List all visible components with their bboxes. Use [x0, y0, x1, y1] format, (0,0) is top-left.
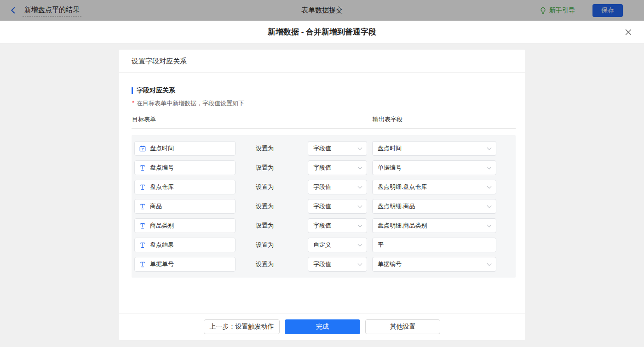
beginner-guide-link[interactable]: 新手引导 [540, 6, 575, 15]
required-asterisk: * [132, 99, 134, 107]
mapping-row: 盘点结果 设置为 自定义 [134, 238, 516, 252]
text-field-icon [139, 165, 146, 171]
column-target-form: 目标表单 [132, 115, 156, 124]
column-headers: 目标表单 输出表字段 [132, 115, 516, 129]
target-field: 商品 [134, 199, 236, 214]
target-field-label: 盘点编号 [150, 164, 174, 172]
target-field: 盘点编号 [134, 160, 236, 175]
topbar: 新增盘点平的结果 表单数据提交 新手引导 保存 [0, 0, 644, 21]
mapping-row: 盘点仓库 设置为 字段值 盘点明细.盘点仓库 [134, 180, 516, 194]
text-field-icon [139, 222, 146, 229]
modal-title: 新增数据 - 合并新增到普通字段 [268, 27, 376, 37]
target-field-label: 商品 [150, 202, 162, 210]
chevron-down-icon [358, 242, 362, 246]
chevron-down-icon [487, 184, 492, 188]
mode-select[interactable]: 字段值 [308, 160, 367, 175]
mode-select[interactable]: 字段值 [308, 141, 367, 156]
back-button[interactable] [9, 6, 17, 14]
set-as-label: 设置为 [256, 144, 275, 153]
mode-select[interactable]: 字段值 [308, 199, 367, 214]
target-field-label: 盘点时间 [150, 144, 174, 153]
card-footer: 上一步：设置触发动作 完成 其他设置 [119, 313, 525, 340]
mode-select[interactable]: 自定义 [308, 238, 367, 252]
target-field: 单据单号 [134, 257, 236, 272]
chevron-down-icon [358, 184, 362, 188]
set-as-label: 设置为 [256, 260, 275, 268]
text-field-icon [139, 184, 146, 190]
set-as-label: 设置为 [256, 202, 275, 210]
section-title: 字段对应关系 [132, 86, 516, 95]
value-select[interactable]: 盘点明细.商品类别 [372, 218, 496, 233]
chevron-down-icon [487, 203, 492, 208]
other-settings-button[interactable]: 其他设置 [365, 319, 440, 334]
prev-step-button[interactable]: 上一步：设置触发动作 [204, 319, 280, 334]
target-field-label: 单据单号 [150, 260, 174, 268]
chevron-down-icon [358, 145, 362, 150]
chevron-down-icon [358, 261, 362, 266]
card-content: 字段对应关系 * 在目标表单中新增数据，字段值设置如下 目标表单 输出表字段 [119, 73, 525, 313]
set-as-label: 设置为 [256, 164, 275, 172]
set-as-label: 设置为 [256, 183, 275, 191]
value-select[interactable]: 盘点时间 [372, 141, 496, 156]
chevron-down-icon [358, 222, 362, 227]
target-field-label: 盘点结果 [150, 241, 174, 249]
chevron-down-icon [358, 165, 362, 169]
target-field: 盘点仓库 [134, 180, 236, 194]
card-title: 设置字段对应关系 [119, 50, 525, 73]
hint-label: 在目标表单中新增数据，字段值设置如下 [137, 99, 244, 108]
mapping-row: 单据单号 设置为 字段值 单据编号 [134, 257, 516, 272]
chevron-down-icon [358, 203, 362, 208]
mode-select[interactable]: 字段值 [308, 257, 367, 272]
column-output-field: 输出表字段 [373, 115, 402, 124]
mapping-row: 商品 设置为 字段值 盘点明细.商品 [134, 199, 516, 214]
modal-body: 设置字段对应关系 字段对应关系 * 在目标表单中新增数据，字段值设置如下 目标表… [0, 44, 644, 347]
field-mapping-panel: 盘点时间 设置为 字段值 盘点时间 [132, 135, 516, 278]
save-button[interactable]: 保存 [592, 4, 623, 17]
set-as-label: 设置为 [256, 222, 275, 230]
section-title-label: 字段对应关系 [137, 86, 175, 95]
hint-text: * 在目标表单中新增数据，字段值设置如下 [132, 99, 516, 108]
value-select[interactable]: 盘点明细.盘点仓库 [372, 180, 496, 194]
chevron-down-icon [487, 165, 492, 169]
value-select[interactable]: 盘点明细.商品 [372, 199, 496, 214]
text-field-icon [139, 261, 146, 267]
mode-select[interactable]: 字段值 [308, 180, 367, 194]
target-field: 盘点时间 [134, 141, 236, 156]
modal-header: 新增数据 - 合并新增到普通字段 [0, 21, 644, 44]
settings-card: 设置字段对应关系 字段对应关系 * 在目标表单中新增数据，字段值设置如下 目标表… [119, 50, 525, 340]
close-icon[interactable] [624, 28, 633, 37]
target-field: 盘点结果 [134, 238, 236, 252]
target-field-label: 商品类别 [150, 222, 174, 230]
calendar-icon [139, 145, 146, 152]
mapping-row: 盘点编号 设置为 字段值 单据编号 [134, 160, 516, 175]
chevron-down-icon [487, 145, 492, 150]
mapping-row: 商品类别 设置为 字段值 盘点明细.商品类别 [134, 218, 516, 233]
value-select[interactable]: 单据编号 [372, 160, 496, 175]
section-accent-bar [132, 87, 133, 94]
chevron-left-icon [9, 6, 17, 14]
target-field-label: 盘点仓库 [150, 183, 174, 191]
text-field-icon [139, 242, 146, 248]
text-field-icon [139, 203, 146, 210]
chevron-down-icon [487, 222, 492, 227]
custom-value-input[interactable] [372, 238, 496, 252]
value-select[interactable]: 单据编号 [372, 257, 496, 272]
beginner-guide-label: 新手引导 [549, 6, 575, 15]
target-field: 商品类别 [134, 218, 236, 233]
flow-name[interactable]: 新增盘点平的结果 [23, 5, 81, 17]
chevron-down-icon [487, 261, 492, 266]
mapping-row: 盘点时间 设置为 字段值 盘点时间 [134, 141, 516, 156]
set-as-label: 设置为 [256, 241, 275, 249]
lightbulb-icon [540, 7, 546, 14]
done-button[interactable]: 完成 [285, 319, 360, 334]
mode-select[interactable]: 字段值 [308, 218, 367, 233]
